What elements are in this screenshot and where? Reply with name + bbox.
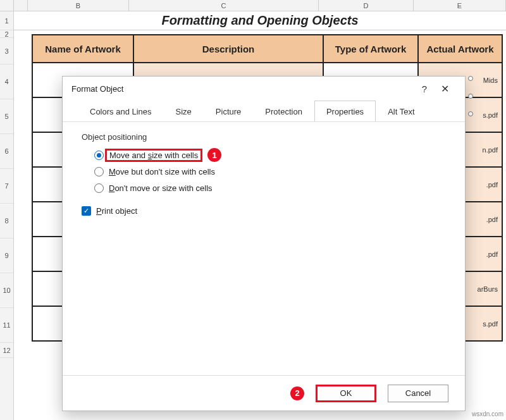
row-header-8[interactable]: 8: [0, 204, 13, 238]
annotation-marker-2: 2: [290, 386, 304, 400]
row-header-10[interactable]: 10: [0, 273, 13, 308]
tab-alt-text[interactable]: Alt Text: [376, 101, 426, 121]
page-title: Formatting and Opening Objects: [14, 11, 506, 30]
row-header-3[interactable]: 3: [0, 38, 13, 65]
row-header-6[interactable]: 6: [0, 134, 13, 169]
col-header-b[interactable]: B: [28, 0, 129, 11]
th-description[interactable]: Description: [134, 35, 324, 62]
checkbox-print-object[interactable]: ✓ Print object: [82, 202, 446, 219]
close-icon[interactable]: ✕: [433, 83, 456, 95]
th-type[interactable]: Type of Artwork: [324, 35, 419, 62]
help-icon[interactable]: ?: [416, 83, 433, 94]
radio-move-size-cells[interactable]: Move and size with cells 1: [82, 147, 446, 163]
radio-icon: [94, 151, 104, 160]
radio-icon: [94, 183, 104, 193]
th-name[interactable]: Name of Artwork: [33, 35, 134, 62]
highlight-annotation: Move and size with cells: [105, 149, 202, 162]
col-header-a[interactable]: [14, 0, 28, 11]
col-header-e[interactable]: E: [414, 0, 506, 11]
dialog-tabs: Colors and Lines Size Picture Protection…: [63, 101, 465, 122]
row-header-11[interactable]: 11: [0, 308, 13, 343]
dialog-titlebar[interactable]: Format Object ? ✕: [63, 77, 465, 101]
annotation-marker-1: 1: [207, 148, 221, 162]
watermark: wsxdn.com: [472, 411, 503, 417]
col-header-d[interactable]: D: [319, 0, 414, 11]
selection-handle-icon[interactable]: [468, 111, 473, 116]
row-header-12[interactable]: 12: [0, 343, 13, 358]
row-headers: 1 2 3 4 5 6 7 8 9 10 11 12: [0, 11, 14, 420]
column-headers: B C D E: [0, 0, 506, 11]
radio-move-no-size[interactable]: Move but don't size with cells: [82, 163, 446, 180]
dialog-footer: 2 OK Cancel: [63, 375, 465, 411]
tab-colors-lines[interactable]: Colors and Lines: [78, 101, 164, 121]
radio-dont-move-size[interactable]: Don't move or size with cells: [82, 180, 446, 196]
dialog-title: Format Object: [71, 84, 416, 94]
selection-handle-icon[interactable]: [468, 94, 473, 99]
tab-properties[interactable]: Properties: [314, 101, 376, 121]
checkbox-icon: ✓: [82, 206, 91, 216]
ok-button[interactable]: OK: [316, 385, 376, 402]
row-header-7[interactable]: 7: [0, 169, 13, 204]
row-header-9[interactable]: 9: [0, 238, 13, 273]
th-actual[interactable]: Actual Artwork: [419, 35, 502, 62]
cancel-button[interactable]: Cancel: [388, 385, 448, 402]
radio-icon: [94, 167, 104, 176]
object-positioning-group: Object positioning Move and size with ce…: [63, 122, 465, 219]
col-header-c[interactable]: C: [129, 0, 319, 11]
row-header-5[interactable]: 5: [0, 99, 13, 134]
selection-handle-icon[interactable]: [468, 76, 473, 81]
format-object-dialog: Format Object ? ✕ Colors and Lines Size …: [62, 76, 466, 411]
tab-size[interactable]: Size: [164, 101, 204, 121]
tab-protection[interactable]: Protection: [253, 101, 314, 121]
row-header-1[interactable]: 1: [0, 11, 13, 30]
group-label: Object positioning: [82, 132, 446, 142]
row-header-2[interactable]: 2: [0, 30, 13, 38]
row-header-4[interactable]: 4: [0, 65, 13, 99]
tab-picture[interactable]: Picture: [204, 101, 253, 121]
